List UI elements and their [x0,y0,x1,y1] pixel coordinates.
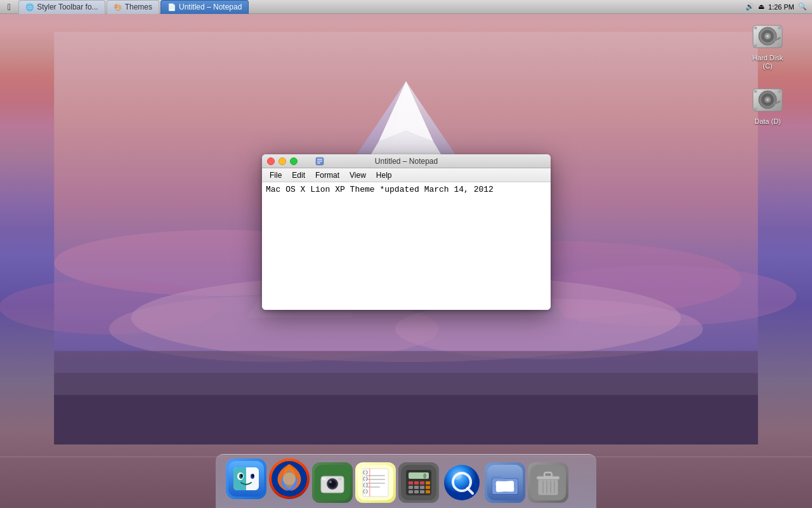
svg-point-35 [778,108,781,110]
svg-point-30 [766,98,769,101]
svg-point-90 [444,465,480,500]
notepad-title: Untitled – Notepad [375,157,438,166]
svg-point-59 [329,481,332,483]
window-close-button[interactable] [267,157,275,165]
notepad-menubar: File Edit Format View Help [262,168,551,182]
notepad-menu-edit[interactable]: Edit [287,168,310,182]
svg-rect-38 [317,161,322,162]
svg-rect-79 [414,481,419,485]
apple-menu[interactable]:  [0,0,18,14]
svg-rect-13 [54,351,757,444]
svg-point-24 [754,44,757,47]
desktop-icon-harddisk-c[interactable]: Hard Disk (C) [742,18,793,74]
data-d-graphic [752,84,783,116]
svg-rect-64 [366,475,385,476]
iphoto-icon [312,462,353,503]
dock-item-stacks[interactable] [485,462,525,503]
svg-rect-60 [322,478,326,480]
menubar-left:  🌐 Styler Toolbar fo... 🎨 Themes 📄 Unti… [0,0,745,14]
svg-rect-87 [414,490,419,493]
svg-text:0: 0 [423,474,426,479]
svg-rect-61 [339,478,342,480]
eject-icon[interactable]: ⏏ [758,3,764,11]
dock-item-firefox[interactable] [269,458,310,503]
dock: 0 [216,454,596,508]
harddisk-c-svg [752,22,783,51]
svg-rect-104 [554,481,555,493]
svg-rect-101 [542,481,544,493]
firefox-icon [269,458,310,499]
search-icon[interactable]: 🔍 [798,3,807,11]
volume-icon[interactable]: 🔊 [745,3,754,11]
svg-point-3 [0,279,219,335]
svg-rect-14 [54,373,757,444]
notepad-titlebar[interactable]: Untitled – Notepad [262,154,551,168]
quicktime-icon [442,462,482,503]
svg-rect-68 [369,469,370,497]
svg-rect-98 [496,481,514,491]
svg-rect-15 [54,395,757,444]
svg-rect-83 [414,486,419,489]
data-d-label: Data (D) [752,117,783,126]
finder-icon [226,458,266,499]
svg-point-33 [778,90,781,93]
svg-point-49 [252,474,254,477]
svg-point-22 [754,27,757,29]
svg-point-32 [754,90,757,93]
svg-point-48 [241,474,243,477]
dock-item-calculator[interactable]: 0 [398,462,439,503]
tab-styler-toolbar[interactable]: 🌐 Styler Toolbar fo... [18,0,105,14]
window-maximize-button[interactable] [290,157,298,165]
dock-item-trash[interactable] [528,462,568,503]
svg-rect-37 [317,159,322,160]
svg-point-25 [778,44,781,47]
calculator-icon: 0 [398,462,439,503]
svg-point-20 [766,35,769,37]
svg-rect-86 [409,490,413,493]
svg-rect-84 [420,486,424,489]
dock-item-quicktime[interactable] [442,462,482,503]
window-minimize-button[interactable] [278,157,286,165]
svg-rect-66 [366,483,385,484]
dock-item-finder[interactable] [226,458,266,503]
svg-point-34 [754,108,757,110]
firefox-active-dot [288,500,291,503]
svg-rect-82 [409,486,413,489]
svg-rect-73 [365,469,366,497]
stacks-icon [485,462,525,503]
notes-icon [355,462,396,503]
svg-rect-88 [420,490,424,493]
svg-point-23 [778,27,781,29]
notepad-textarea[interactable]: Mac OS X Lion XP Theme *updated March 14… [262,182,551,310]
dock-item-iphoto[interactable] [312,462,353,503]
harddisk-c-label: Hard Disk (C) [745,53,790,71]
notepad-window: Untitled – Notepad File Edit Format View… [262,154,551,310]
time-display: 1:26 PM [768,3,794,11]
window-controls [262,157,298,165]
dock-item-notes[interactable] [355,462,396,503]
data-d-svg [752,86,783,114]
svg-point-4 [521,265,796,326]
svg-rect-89 [426,490,430,493]
svg-rect-81 [426,481,430,485]
desktop:  🌐 Styler Toolbar fo... 🎨 Themes 📄 Unti… [0,0,812,508]
menubar:  🌐 Styler Toolbar fo... 🎨 Themes 📄 Unti… [0,0,812,14]
svg-rect-67 [366,486,380,488]
notepad-menu-help[interactable]: Help [371,168,397,182]
tab-notepad-active[interactable]: 📄 Untitled – Notepad [160,0,249,14]
svg-rect-39 [317,163,320,164]
svg-rect-103 [550,481,551,493]
svg-rect-80 [420,481,424,485]
svg-marker-7 [379,81,434,142]
svg-rect-102 [546,481,547,493]
notepad-menu-file[interactable]: File [265,168,287,182]
notepad-menu-format[interactable]: Format [310,168,344,182]
notepad-menu-view[interactable]: View [344,168,371,182]
notepad-title-icon-area [315,157,324,166]
desktop-icon-data-d[interactable]: Data (D) [742,81,793,129]
tab-themes[interactable]: 🎨 Themes [107,0,159,14]
finder-active-dot [245,500,247,503]
notepad-app-icon [315,157,324,166]
menubar-right: 🔊 ⏏ 1:26 PM 🔍 [745,3,812,11]
svg-rect-65 [366,479,385,480]
